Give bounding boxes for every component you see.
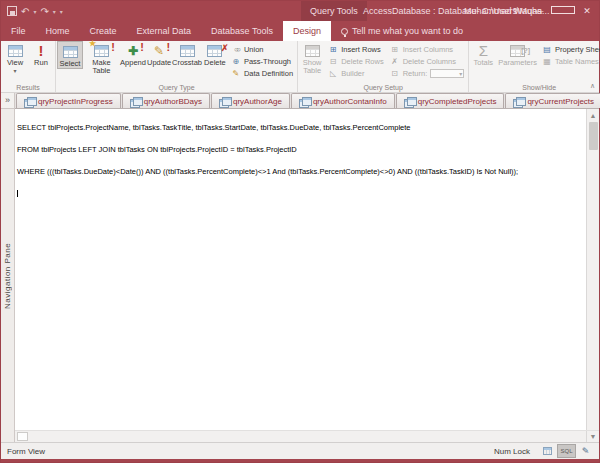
run-label: Run [34,59,48,67]
tell-me-box[interactable]: Tell me what you want to do [331,21,473,41]
builder-icon: ◺ [328,69,338,78]
show-table-button[interactable]: Show Table [299,41,325,75]
ribbon-tab-bar: File Home Create External Data Database … [1,21,599,41]
exclamation-mark-icon: ! [111,43,115,51]
query-icon [404,97,415,106]
x-mark-icon: ✗ [221,44,229,52]
scroll-up-icon[interactable]: ▲ [590,109,597,122]
group-label-query-setup: Query Setup [299,83,467,92]
data-definition-button[interactable]: ✎ Data Definition [231,68,293,79]
horizontal-scrollbar[interactable]: ▼ [15,430,599,442]
maximize-button[interactable] [551,6,575,16]
union-icon: ○○ [231,45,241,54]
parameters-button[interactable]: [?] Parameters [496,41,539,67]
tab-external-data[interactable]: External Data [127,21,202,41]
status-view-label: Form View [7,447,45,456]
return-combo-row: ⊡ Return: ▾ [390,68,465,79]
tab-database-tools[interactable]: Database Tools [201,21,283,41]
tab-qrycurrentprojects[interactable]: qryCurrentProjects [505,93,600,108]
sql-line: FROM tblProjects LEFT JOIN tblTasks ON t… [17,146,586,153]
delete-rows-button[interactable]: ⊟ Delete Rows [328,56,384,67]
builder-label: Builder [341,69,364,78]
return-combobox[interactable]: ▾ [430,69,464,78]
redo-dropdown-icon[interactable]: ▾ [53,8,56,15]
horizontal-scroll-track[interactable] [15,431,586,442]
tab-create[interactable]: Create [80,21,127,41]
view-button[interactable]: View ▾ [2,41,28,75]
vertical-scroll-thumb[interactable] [589,122,598,150]
undo-dropdown-icon[interactable]: ▾ [33,8,36,15]
crosstab-button[interactable]: Crosstab [172,41,202,67]
delete-label: Delete [204,59,226,67]
minimize-button[interactable]: — [527,6,551,16]
scroll-down-icon[interactable]: ▼ [586,431,599,442]
tab-qryprojectinprogress[interactable]: qryProjectInProgress [16,93,121,108]
vertical-scrollbar[interactable]: ▲ [586,109,599,430]
query-icon [130,97,141,106]
builder-button[interactable]: ◺ Builder [328,68,384,79]
tab-qrycompletedprojects[interactable]: qryCompletedProjects [396,93,505,108]
combo-dropdown-icon: ▾ [459,70,463,77]
tab-qryauthorage[interactable]: qryAuthorAge [211,93,290,108]
sql-view-icon: SQL [560,448,572,454]
object-tab-label: qryProjectInProgress [38,97,113,106]
object-tab-label: qryAuthorBDays [144,97,202,106]
exclamation-mark-icon: ! [166,43,170,51]
select-query-button[interactable]: Select [57,41,83,69]
make-table-button[interactable]: ★! Make Table [83,41,120,75]
customize-qat-icon[interactable]: ▾ [60,8,63,15]
data-definition-icon: ✎ [231,69,241,78]
table-names-button[interactable]: ▦ Table Names [542,56,600,67]
return-label: Return: [403,69,428,78]
crosstab-label: Crosstab [172,59,202,67]
tab-qryauthorcontaninfo[interactable]: qryAuthorContanInfo [291,93,395,108]
update-label: Update [147,59,171,67]
tab-design[interactable]: Design [283,21,331,41]
pencil-icon: ✎ [154,47,164,55]
datasheet-view-button[interactable] [538,444,557,458]
delete-columns-button[interactable]: ✗ Delete Columns [390,56,465,67]
insert-columns-button[interactable]: ⊞ Insert Columns [390,44,465,55]
delete-query-button[interactable]: ✗ Delete [202,41,228,67]
design-view-button[interactable]: ✎ [576,444,595,458]
append-button[interactable]: ✚! Append [120,41,146,67]
object-tab-bar: qryProjectInProgress qryAuthorBDays qryA… [15,93,599,109]
show-table-icon [305,45,320,57]
help-button[interactable]: ? [503,6,527,16]
object-tab-label: qryAuthorContanInfo [313,97,387,106]
run-button[interactable]: ! Run [28,41,54,67]
status-bar: Form View Num Lock SQL ✎ [1,442,599,459]
expand-navigation-pane-icon[interactable]: » [1,93,14,109]
tab-qryauthorbdays[interactable]: qryAuthorBDays [122,93,210,108]
group-results: View ▾ ! Run Results [1,41,56,92]
crosstab-icon [180,45,195,57]
undo-icon[interactable]: ↶ [21,6,29,17]
sql-view-button[interactable]: SQL [557,444,576,458]
totals-button[interactable]: Σ Totals [470,41,496,67]
redo-icon[interactable]: ↷ [40,6,48,17]
make-table-icon [94,45,109,57]
lightbulb-icon [341,28,348,35]
select-query-icon [63,46,78,58]
object-tab-label: qryCompletedProjects [418,97,497,106]
collapse-ribbon-icon[interactable]: ∧ [590,82,595,90]
property-sheet-button[interactable]: ▤ Property Sheet [542,44,600,55]
globe-icon: ⊕ [231,57,241,66]
horizontal-scroll-thumb[interactable] [17,432,28,441]
update-button[interactable]: ✎! Update [146,41,172,67]
insert-rows-button[interactable]: ⊞ Insert Rows [328,44,384,55]
contextual-tab-header: Query Tools [301,1,367,21]
navigation-pane-collapsed[interactable]: » Navigation Pane [1,93,15,442]
pass-through-button[interactable]: ⊕ Pass-Through [231,56,293,67]
tab-home[interactable]: Home [36,21,80,41]
query-icon [219,97,230,106]
sigma-icon: Σ [479,43,488,58]
star-mark-icon: ★ [89,40,96,48]
sql-editor[interactable]: SELECT tblProjects.ProjectName, tblTasks… [15,109,586,430]
close-button[interactable]: ✕ [575,6,599,16]
union-button[interactable]: ○○ Union [231,44,293,55]
group-show-hide: Σ Totals [?] Parameters ▤ Property Sheet… [469,41,600,92]
save-icon[interactable] [7,6,17,16]
tab-file[interactable]: File [1,21,36,41]
group-label-show-hide: Show/Hide [470,83,600,92]
